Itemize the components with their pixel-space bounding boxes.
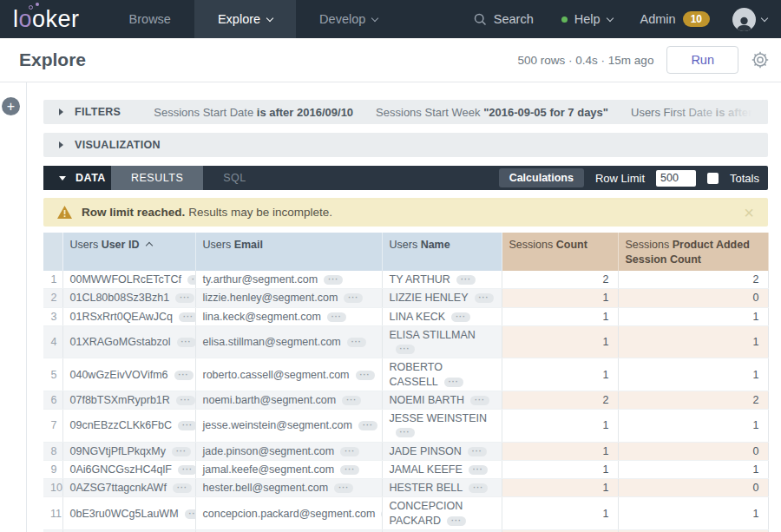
- cell-sessions-count[interactable]: 1: [502, 460, 618, 478]
- cell-email[interactable]: lina.keck@segment.com: [195, 307, 382, 325]
- cell-menu-icon[interactable]: [344, 293, 363, 303]
- user-menu[interactable]: [724, 8, 781, 31]
- cell-name[interactable]: HESTER BELL: [382, 479, 502, 497]
- cell-menu-icon[interactable]: [187, 275, 195, 285]
- totals-checkbox[interactable]: [707, 173, 719, 184]
- cell-name[interactable]: LINA KECK: [382, 307, 502, 325]
- cell-user-id[interactable]: 09cnEBzzCLKk6FbC: [62, 410, 195, 443]
- cell-menu-icon[interactable]: [444, 378, 463, 387]
- column-header-product-added-session-count[interactable]: Sessions Product Added Session Count: [618, 233, 768, 271]
- nav-item-explore[interactable]: Explore: [194, 0, 296, 38]
- cell-menu-icon[interactable]: [334, 483, 353, 493]
- cell-product-added-count[interactable]: 0: [618, 289, 768, 307]
- calculations-button[interactable]: Calculations: [499, 168, 584, 187]
- filter-item[interactable]: Users First Date is after 2016/09/10: [631, 106, 768, 119]
- cell-product-added-count[interactable]: 1: [618, 497, 768, 530]
- column-header-user-id[interactable]: Users User ID: [62, 233, 195, 271]
- cell-sessions-count[interactable]: 1: [502, 442, 618, 460]
- nav-item-browse[interactable]: Browse: [106, 0, 194, 38]
- expand-field-picker-button[interactable]: +: [2, 97, 20, 115]
- filter-item[interactable]: Sessions Start Date is after 2016/09/10: [154, 106, 353, 119]
- cell-email[interactable]: elisa.stillman@segment.com: [195, 325, 382, 358]
- cell-menu-icon[interactable]: [347, 338, 366, 347]
- cell-menu-icon[interactable]: [173, 483, 192, 493]
- cell-menu-icon[interactable]: [447, 516, 466, 526]
- cell-menu-icon[interactable]: [177, 338, 195, 347]
- cell-user-id[interactable]: 0AZSG7ttagcnkAWf: [62, 479, 195, 497]
- cell-menu-icon[interactable]: [340, 465, 359, 475]
- cell-user-id[interactable]: 07f8bTSXmRyprb1R: [62, 391, 195, 409]
- cell-product-added-count[interactable]: 1: [618, 358, 768, 391]
- cell-user-id[interactable]: 00MWWFOLRcETcTCf: [62, 271, 195, 289]
- cell-product-added-count[interactable]: 2: [618, 271, 768, 289]
- cell-name[interactable]: JESSE WEINSTEIN: [382, 410, 502, 443]
- cell-email[interactable]: lizzie.henley@segment.com: [195, 289, 382, 307]
- row-limit-input[interactable]: [656, 170, 696, 187]
- run-button[interactable]: Run: [666, 46, 738, 74]
- cell-product-added-count[interactable]: 2: [618, 391, 768, 409]
- cell-name[interactable]: TY ARTHUR: [382, 271, 502, 289]
- cell-menu-icon[interactable]: [469, 465, 488, 475]
- cell-user-id[interactable]: 09NGVtjPfLPkqxMy: [62, 442, 195, 460]
- cell-product-added-count[interactable]: 1: [618, 410, 768, 443]
- cell-menu-icon[interactable]: [172, 447, 191, 456]
- visualization-section-bar[interactable]: VISUALIZATION: [43, 133, 768, 157]
- filter-item[interactable]: Sessions Start Week "2016-09-05 for 7 da…: [376, 106, 608, 119]
- cell-user-id[interactable]: 0bE3ru0WCg5LauWM: [62, 497, 195, 530]
- cell-menu-icon[interactable]: [456, 275, 476, 285]
- cell-email[interactable]: concepcion.packard@segment.com: [195, 497, 382, 530]
- cell-email[interactable]: ty.arthur@segment.com: [195, 271, 382, 289]
- cell-menu-icon[interactable]: [179, 312, 195, 322]
- cell-menu-icon[interactable]: [324, 275, 343, 285]
- cell-product-added-count[interactable]: 0: [618, 479, 768, 497]
- cell-user-id[interactable]: 0Ai6GNCGszHC4qlF: [62, 460, 195, 478]
- cell-menu-icon[interactable]: [185, 509, 195, 519]
- cell-name[interactable]: NOEMI BARTH: [382, 391, 502, 409]
- cell-menu-icon[interactable]: [178, 421, 195, 430]
- cell-menu-icon[interactable]: [468, 447, 487, 456]
- cell-menu-icon[interactable]: [176, 396, 195, 405]
- cell-product-added-count[interactable]: 1: [618, 307, 768, 325]
- data-section-toggle[interactable]: DATA: [43, 166, 111, 190]
- cell-sessions-count[interactable]: 1: [502, 479, 618, 497]
- tab-results[interactable]: RESULTS: [111, 166, 203, 190]
- cell-user-id[interactable]: 01RSxRrt0QEAwJCq: [62, 307, 195, 325]
- cell-name[interactable]: LIZZIE HENLEY: [382, 289, 502, 307]
- cell-email[interactable]: jamal.keefe@segment.com: [195, 460, 382, 478]
- cell-product-added-count[interactable]: 1: [618, 325, 768, 358]
- cell-product-added-count[interactable]: 1: [618, 460, 768, 478]
- cell-menu-icon[interactable]: [174, 371, 194, 380]
- cell-menu-icon[interactable]: [340, 447, 359, 456]
- cell-email[interactable]: jade.pinson@segment.com: [195, 442, 382, 460]
- cell-name[interactable]: CONCEPCION PACKARD: [382, 497, 502, 530]
- cell-sessions-count[interactable]: 1: [502, 307, 618, 325]
- cell-sessions-count[interactable]: 1: [502, 358, 618, 391]
- cell-menu-icon[interactable]: [451, 312, 470, 322]
- nav-help[interactable]: Help: [548, 12, 627, 26]
- nav-admin[interactable]: Admin 10: [627, 11, 724, 27]
- cell-user-id[interactable]: 01CL80b08Sz3Bzh1: [62, 289, 195, 307]
- cell-menu-icon[interactable]: [475, 293, 494, 303]
- cell-menu-icon[interactable]: [342, 396, 361, 405]
- cell-menu-icon[interactable]: [327, 312, 346, 322]
- column-header-name[interactable]: Users Name: [382, 233, 502, 271]
- cell-sessions-count[interactable]: 2: [502, 391, 618, 409]
- cell-menu-icon[interactable]: [175, 293, 194, 303]
- cell-name[interactable]: JADE PINSON: [382, 442, 502, 460]
- cell-name[interactable]: ROBERTO CASSELL: [382, 358, 502, 391]
- cell-email[interactable]: hester.bell@segment.com: [195, 479, 382, 497]
- cell-menu-icon[interactable]: [396, 428, 415, 437]
- cell-email[interactable]: jesse.weinstein@segment.com: [195, 410, 382, 443]
- column-header-email[interactable]: Users Email: [195, 233, 382, 271]
- nav-search[interactable]: Search: [460, 12, 548, 26]
- cell-menu-icon[interactable]: [356, 371, 375, 380]
- cell-email[interactable]: noemi.barth@segment.com: [195, 391, 382, 409]
- filters-section-bar[interactable]: FILTERS Sessions Start Date is after 201…: [43, 100, 768, 124]
- cell-sessions-count[interactable]: 2: [502, 271, 618, 289]
- cell-sessions-count[interactable]: 1: [502, 289, 618, 307]
- looker-logo[interactable]: looker: [0, 0, 106, 38]
- column-header-sessions-count[interactable]: Sessions Count: [502, 233, 618, 271]
- cell-email[interactable]: roberto.cassell@segment.com: [195, 358, 382, 391]
- gear-icon[interactable]: [751, 51, 769, 69]
- cell-name[interactable]: JAMAL KEEFE: [382, 460, 502, 478]
